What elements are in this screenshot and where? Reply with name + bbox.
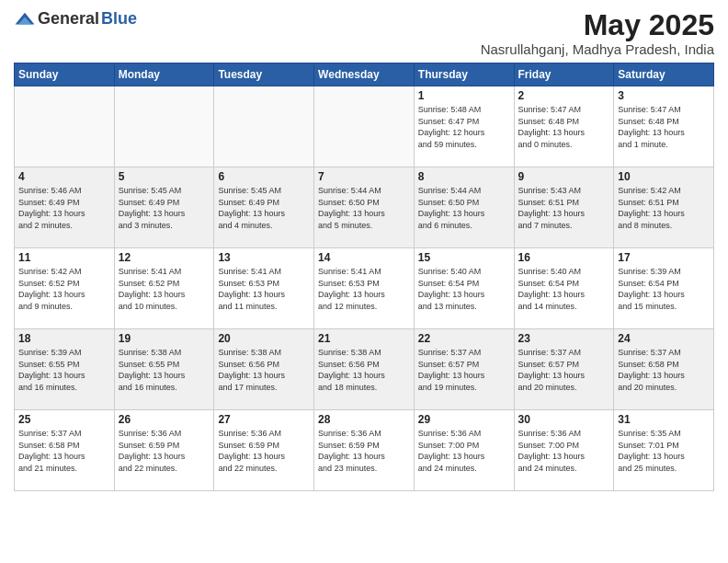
- table-row: 26Sunrise: 5:36 AMSunset: 6:59 PMDayligh…: [114, 410, 214, 491]
- day-info: Sunrise: 5:41 AMSunset: 6:52 PMDaylight:…: [119, 266, 210, 312]
- day-info: Sunrise: 5:39 AMSunset: 6:55 PMDaylight:…: [18, 347, 110, 393]
- day-info: Sunrise: 5:39 AMSunset: 6:54 PMDaylight:…: [618, 266, 710, 312]
- day-info: Sunrise: 5:40 AMSunset: 6:54 PMDaylight:…: [418, 266, 510, 312]
- table-row: 19Sunrise: 5:38 AMSunset: 6:55 PMDayligh…: [114, 329, 214, 410]
- table-row: 30Sunrise: 5:36 AMSunset: 7:00 PMDayligh…: [514, 410, 614, 491]
- day-info: Sunrise: 5:38 AMSunset: 6:55 PMDaylight:…: [119, 347, 210, 393]
- day-info: Sunrise: 5:35 AMSunset: 7:01 PMDaylight:…: [618, 428, 710, 474]
- day-number: 21: [318, 332, 410, 345]
- page: General Blue May 2025 Nasrullahganj, Mad…: [0, 0, 728, 563]
- day-info: Sunrise: 5:44 AMSunset: 6:50 PMDaylight:…: [318, 185, 410, 231]
- table-row: 28Sunrise: 5:36 AMSunset: 6:59 PMDayligh…: [314, 410, 415, 491]
- logo-general: General: [38, 9, 99, 29]
- day-number: 8: [418, 170, 510, 183]
- day-info: Sunrise: 5:38 AMSunset: 6:56 PMDaylight:…: [218, 347, 310, 393]
- table-row: 29Sunrise: 5:36 AMSunset: 7:00 PMDayligh…: [414, 410, 514, 491]
- table-row: [314, 86, 415, 167]
- calendar-week-2: 4Sunrise: 5:46 AMSunset: 6:49 PMDaylight…: [15, 167, 714, 248]
- day-number: 12: [119, 251, 210, 264]
- table-row: 23Sunrise: 5:37 AMSunset: 6:57 PMDayligh…: [514, 329, 614, 410]
- day-info: Sunrise: 5:47 AMSunset: 6:48 PMDaylight:…: [518, 104, 610, 150]
- location: Nasrullahganj, Madhya Pradesh, India: [481, 41, 714, 57]
- day-number: 13: [218, 251, 310, 264]
- table-row: 15Sunrise: 5:40 AMSunset: 6:54 PMDayligh…: [414, 248, 514, 329]
- table-row: 12Sunrise: 5:41 AMSunset: 6:52 PMDayligh…: [114, 248, 214, 329]
- day-number: 27: [218, 413, 310, 426]
- col-thursday: Thursday: [414, 63, 514, 86]
- day-number: 23: [518, 332, 610, 345]
- day-info: Sunrise: 5:45 AMSunset: 6:49 PMDaylight:…: [119, 185, 210, 231]
- day-number: 19: [119, 332, 210, 345]
- table-row: 10Sunrise: 5:42 AMSunset: 6:51 PMDayligh…: [614, 167, 714, 248]
- day-number: 3: [618, 89, 710, 102]
- header: General Blue May 2025 Nasrullahganj, Mad…: [14, 9, 714, 57]
- day-info: Sunrise: 5:43 AMSunset: 6:51 PMDaylight:…: [518, 185, 610, 231]
- day-info: Sunrise: 5:46 AMSunset: 6:49 PMDaylight:…: [18, 185, 110, 231]
- table-row: 22Sunrise: 5:37 AMSunset: 6:57 PMDayligh…: [414, 329, 514, 410]
- day-number: 31: [618, 413, 710, 426]
- day-number: 6: [218, 170, 310, 183]
- logo-icon: [14, 11, 36, 28]
- table-row: [214, 86, 314, 167]
- day-info: Sunrise: 5:44 AMSunset: 6:50 PMDaylight:…: [418, 185, 510, 231]
- day-number: 22: [418, 332, 510, 345]
- day-number: 11: [18, 251, 110, 264]
- table-row: 6Sunrise: 5:45 AMSunset: 6:49 PMDaylight…: [214, 167, 314, 248]
- day-number: 9: [518, 170, 610, 183]
- day-info: Sunrise: 5:42 AMSunset: 6:51 PMDaylight:…: [618, 185, 710, 231]
- day-info: Sunrise: 5:36 AMSunset: 6:59 PMDaylight:…: [119, 428, 210, 474]
- day-info: Sunrise: 5:36 AMSunset: 7:00 PMDaylight:…: [518, 428, 610, 474]
- col-tuesday: Tuesday: [214, 63, 314, 86]
- table-row: 5Sunrise: 5:45 AMSunset: 6:49 PMDaylight…: [114, 167, 214, 248]
- table-row: 3Sunrise: 5:47 AMSunset: 6:48 PMDaylight…: [614, 86, 714, 167]
- calendar-week-4: 18Sunrise: 5:39 AMSunset: 6:55 PMDayligh…: [15, 329, 714, 410]
- day-number: 15: [418, 251, 510, 264]
- col-friday: Friday: [514, 63, 614, 86]
- day-info: Sunrise: 5:36 AMSunset: 6:59 PMDaylight:…: [318, 428, 410, 474]
- calendar-week-5: 25Sunrise: 5:37 AMSunset: 6:58 PMDayligh…: [15, 410, 714, 491]
- col-sunday: Sunday: [15, 63, 115, 86]
- day-info: Sunrise: 5:40 AMSunset: 6:54 PMDaylight:…: [518, 266, 610, 312]
- table-row: 20Sunrise: 5:38 AMSunset: 6:56 PMDayligh…: [214, 329, 314, 410]
- table-row: 13Sunrise: 5:41 AMSunset: 6:53 PMDayligh…: [214, 248, 314, 329]
- day-number: 30: [518, 413, 610, 426]
- table-row: 21Sunrise: 5:38 AMSunset: 6:56 PMDayligh…: [314, 329, 415, 410]
- table-row: 17Sunrise: 5:39 AMSunset: 6:54 PMDayligh…: [614, 248, 714, 329]
- table-row: 11Sunrise: 5:42 AMSunset: 6:52 PMDayligh…: [15, 248, 115, 329]
- day-number: 4: [18, 170, 110, 183]
- day-info: Sunrise: 5:38 AMSunset: 6:56 PMDaylight:…: [318, 347, 410, 393]
- day-info: Sunrise: 5:42 AMSunset: 6:52 PMDaylight:…: [18, 266, 110, 312]
- logo-text: General Blue: [14, 9, 137, 29]
- day-number: 7: [318, 170, 410, 183]
- day-number: 2: [518, 89, 610, 102]
- month-title: May 2025: [481, 9, 714, 41]
- day-number: 29: [418, 413, 510, 426]
- table-row: 31Sunrise: 5:35 AMSunset: 7:01 PMDayligh…: [614, 410, 714, 491]
- day-number: 14: [318, 251, 410, 264]
- table-row: 24Sunrise: 5:37 AMSunset: 6:58 PMDayligh…: [614, 329, 714, 410]
- logo: General Blue: [14, 9, 137, 29]
- day-number: 28: [318, 413, 410, 426]
- day-number: 17: [618, 251, 710, 264]
- col-saturday: Saturday: [614, 63, 714, 86]
- day-info: Sunrise: 5:48 AMSunset: 6:47 PMDaylight:…: [418, 104, 510, 150]
- calendar-table: Sunday Monday Tuesday Wednesday Thursday…: [14, 63, 714, 491]
- logo-blue: Blue: [101, 9, 137, 29]
- table-row: [114, 86, 214, 167]
- table-row: 14Sunrise: 5:41 AMSunset: 6:53 PMDayligh…: [314, 248, 415, 329]
- day-info: Sunrise: 5:47 AMSunset: 6:48 PMDaylight:…: [618, 104, 710, 150]
- day-info: Sunrise: 5:37 AMSunset: 6:58 PMDaylight:…: [18, 428, 110, 474]
- day-number: 24: [618, 332, 710, 345]
- header-row: Sunday Monday Tuesday Wednesday Thursday…: [15, 63, 714, 86]
- day-number: 16: [518, 251, 610, 264]
- day-info: Sunrise: 5:36 AMSunset: 7:00 PMDaylight:…: [418, 428, 510, 474]
- col-monday: Monday: [114, 63, 214, 86]
- day-number: 20: [218, 332, 310, 345]
- table-row: 7Sunrise: 5:44 AMSunset: 6:50 PMDaylight…: [314, 167, 415, 248]
- table-row: 9Sunrise: 5:43 AMSunset: 6:51 PMDaylight…: [514, 167, 614, 248]
- table-row: 2Sunrise: 5:47 AMSunset: 6:48 PMDaylight…: [514, 86, 614, 167]
- calendar-week-1: 1Sunrise: 5:48 AMSunset: 6:47 PMDaylight…: [15, 86, 714, 167]
- table-row: 8Sunrise: 5:44 AMSunset: 6:50 PMDaylight…: [414, 167, 514, 248]
- table-row: 27Sunrise: 5:36 AMSunset: 6:59 PMDayligh…: [214, 410, 314, 491]
- table-row: 25Sunrise: 5:37 AMSunset: 6:58 PMDayligh…: [15, 410, 115, 491]
